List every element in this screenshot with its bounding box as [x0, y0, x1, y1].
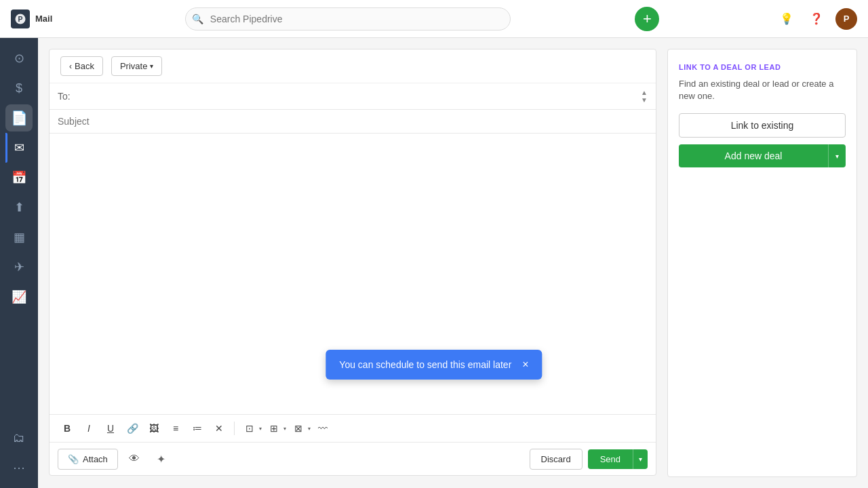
snippet-caret-icon[interactable]: ▾ — [283, 426, 286, 432]
sidebar-item-analytics[interactable]: 📈 — [5, 283, 33, 310]
topnav-right: 💡 ❓ P — [776, 8, 857, 30]
toast-close-button[interactable]: × — [522, 359, 528, 370]
sidebar-item-import[interactable]: ⬆ — [5, 194, 33, 221]
toast-message: You can schedule to send this email late… — [339, 359, 511, 370]
toast-notification: You can schedule to send this email late… — [326, 350, 542, 380]
right-panel: LINK TO A DEAL OR LEAD Find an existing … — [667, 49, 857, 477]
sidebar-mail-wrapper: ✉ — [5, 133, 33, 163]
calendar-icon: 📅 — [12, 170, 26, 185]
arrow-down-icon: ▼ — [641, 96, 648, 104]
bold-button[interactable]: B — [58, 419, 77, 438]
app-body: ⊙ $ 📄 ✉ 📅 ⬆ ▦ ✈ 📈 🗂 — [0, 38, 868, 488]
storage-icon: 🗂 — [13, 431, 25, 445]
search-icon: 🔍 — [192, 14, 203, 24]
template-btn-group: ⊡ ▾ — [240, 419, 262, 438]
sidebar-item-documents[interactable]: 📄 — [5, 104, 33, 131]
logo-icon: P — [11, 9, 30, 28]
private-caret-icon: ▾ — [150, 62, 153, 70]
import-icon: ⬆ — [14, 200, 24, 215]
tracking-btn-group: ⊠ ▾ — [289, 419, 311, 438]
lightbulb-icon-button[interactable]: 💡 — [776, 8, 797, 30]
mail-icon: ✉ — [14, 140, 24, 155]
private-button[interactable]: Private ▾ — [111, 56, 162, 76]
add-button[interactable]: + — [635, 7, 659, 31]
back-arrow-icon: ‹ — [69, 62, 72, 71]
main-content: ‹ Back Private ▾ To: ▲ ▼ — [38, 38, 868, 488]
sidebar: ⊙ $ 📄 ✉ 📅 ⬆ ▦ ✈ 📈 🗂 — [0, 38, 38, 488]
sidebar-item-activity[interactable]: ✈ — [5, 253, 33, 281]
template-caret-icon[interactable]: ▾ — [259, 426, 262, 432]
format-toolbar: B I U 🔗 🖼 ≡ ≔ ✕ ⊡ ▾ ⊞ ▾ — [50, 414, 656, 443]
topnav: P Mail 🔍 + 💡 ❓ P — [0, 0, 868, 38]
eye-icon: 👁 — [129, 453, 140, 465]
tracking-caret-icon[interactable]: ▾ — [308, 426, 311, 432]
more-icon: ⋯ — [13, 460, 25, 475]
arrow-up-icon: ▲ — [641, 89, 648, 96]
email-area: ‹ Back Private ▾ To: ▲ ▼ — [38, 38, 868, 488]
analytics-icon: 📈 — [12, 289, 26, 304]
to-field: To: ▲ ▼ — [50, 83, 656, 110]
paperclip-icon: 📎 — [68, 454, 79, 464]
discard-button[interactable]: Discard — [530, 449, 583, 470]
clear-format-button[interactable]: ✕ — [210, 419, 229, 438]
svg-text:P: P — [18, 14, 22, 22]
activity-icon: ✈ — [14, 260, 24, 274]
snippet-btn-group: ⊞ ▾ — [264, 419, 286, 438]
link-existing-button[interactable]: Link to existing — [679, 113, 846, 138]
home-icon: ⊙ — [14, 51, 24, 66]
action-right: Discard Send ▾ — [530, 449, 648, 470]
to-input[interactable] — [76, 91, 641, 102]
subject-input[interactable] — [58, 116, 648, 127]
sidebar-item-storage[interactable]: 🗂 — [5, 424, 33, 451]
app-title: Mail — [35, 14, 52, 24]
attach-label: Attach — [83, 454, 108, 464]
reports-icon: ▦ — [14, 230, 25, 245]
link-section-label: LINK TO A DEAL OR LEAD — [679, 63, 846, 71]
ai-icon: ✦ — [157, 453, 165, 466]
add-deal-btn-group: Add new deal ▾ — [679, 144, 846, 167]
underline-button[interactable]: U — [101, 419, 120, 438]
deals-icon: $ — [16, 81, 22, 96]
document-icon: 📄 — [11, 110, 28, 126]
ai-button[interactable]: ✦ — [151, 448, 172, 470]
add-deal-caret-icon: ▾ — [835, 152, 839, 160]
avatar[interactable]: P — [835, 8, 857, 30]
snippet-button[interactable]: ⊞ — [264, 419, 283, 438]
add-deal-caret-button[interactable]: ▾ — [828, 144, 846, 167]
to-label: To: — [58, 91, 71, 102]
template-button[interactable]: ⊡ — [240, 419, 259, 438]
italic-button[interactable]: I — [79, 419, 98, 438]
search-bar: 🔍 — [185, 7, 511, 30]
bullet-list-button[interactable]: ≡ — [166, 419, 185, 438]
send-button[interactable]: Send — [588, 449, 633, 469]
sidebar-item-mail[interactable]: ✉ — [5, 134, 33, 161]
help-icon-button[interactable]: ❓ — [806, 8, 827, 30]
search-input[interactable] — [185, 7, 511, 30]
image-button[interactable]: 🖼 — [144, 419, 163, 438]
composer-toolbar-top: ‹ Back Private ▾ — [50, 49, 656, 83]
send-caret-button[interactable]: ▾ — [633, 449, 648, 469]
add-deal-button[interactable]: Add new deal — [679, 144, 828, 167]
signature-button[interactable]: 〰 — [313, 419, 332, 438]
private-label: Private — [120, 61, 147, 71]
sidebar-item-deals[interactable]: $ — [5, 75, 33, 102]
sidebar-item-home[interactable]: ⊙ — [5, 45, 33, 72]
toolbar-separator-1 — [234, 422, 235, 435]
link-description: Find an existing deal or lead or create … — [679, 78, 846, 102]
sidebar-item-calendar[interactable]: 📅 — [5, 164, 33, 191]
preview-button[interactable]: 👁 — [123, 448, 145, 470]
back-button[interactable]: ‹ Back — [60, 56, 103, 76]
link-button[interactable]: 🔗 — [123, 419, 142, 438]
app-logo: P Mail — [11, 9, 52, 28]
back-label: Back — [75, 61, 94, 71]
tracking-button[interactable]: ⊠ — [289, 419, 308, 438]
subject-field — [50, 110, 656, 134]
sidebar-item-reports[interactable]: ▦ — [5, 224, 33, 251]
send-btn-group: Send ▾ — [588, 449, 648, 469]
action-bar: 📎 Attach 👁 ✦ Discard Send — [50, 443, 656, 475]
to-arrows[interactable]: ▲ ▼ — [641, 89, 648, 104]
sidebar-item-more[interactable]: ⋯ — [5, 454, 33, 481]
attach-button[interactable]: 📎 Attach — [58, 449, 118, 470]
email-composer: ‹ Back Private ▾ To: ▲ ▼ — [49, 49, 656, 476]
numbered-list-button[interactable]: ≔ — [188, 419, 207, 438]
